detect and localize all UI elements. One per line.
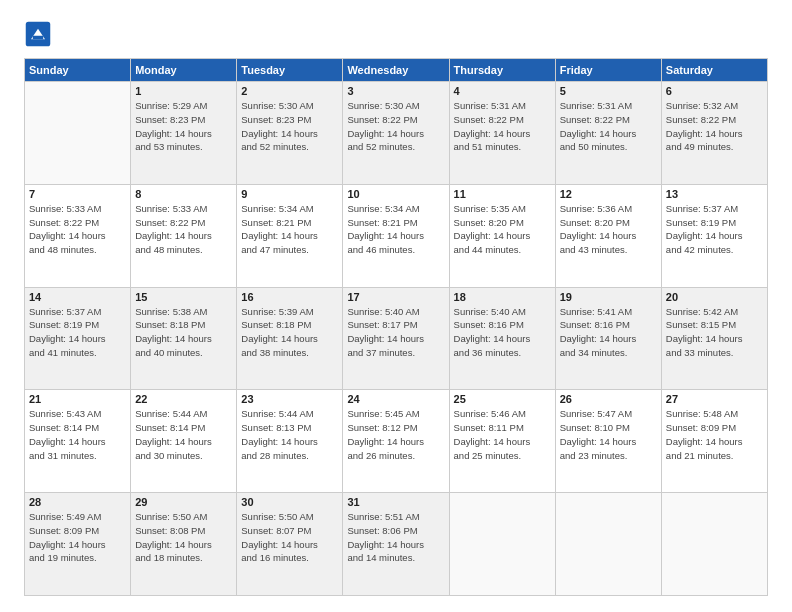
calendar-cell: 4Sunrise: 5:31 AM Sunset: 8:22 PM Daylig… (449, 82, 555, 185)
day-number: 27 (666, 393, 763, 405)
calendar-cell (555, 493, 661, 596)
day-number: 18 (454, 291, 551, 303)
calendar-week-row: 28Sunrise: 5:49 AM Sunset: 8:09 PM Dayli… (25, 493, 768, 596)
day-info: Sunrise: 5:32 AM Sunset: 8:22 PM Dayligh… (666, 99, 763, 154)
calendar-cell: 11Sunrise: 5:35 AM Sunset: 8:20 PM Dayli… (449, 184, 555, 287)
calendar-cell: 24Sunrise: 5:45 AM Sunset: 8:12 PM Dayli… (343, 390, 449, 493)
calendar-cell: 16Sunrise: 5:39 AM Sunset: 8:18 PM Dayli… (237, 287, 343, 390)
day-number: 10 (347, 188, 444, 200)
calendar-cell: 7Sunrise: 5:33 AM Sunset: 8:22 PM Daylig… (25, 184, 131, 287)
day-info: Sunrise: 5:37 AM Sunset: 8:19 PM Dayligh… (29, 305, 126, 360)
calendar-week-row: 7Sunrise: 5:33 AM Sunset: 8:22 PM Daylig… (25, 184, 768, 287)
logo (24, 20, 58, 48)
day-info: Sunrise: 5:36 AM Sunset: 8:20 PM Dayligh… (560, 202, 657, 257)
page: SundayMondayTuesdayWednesdayThursdayFrid… (0, 0, 792, 612)
calendar-week-row: 21Sunrise: 5:43 AM Sunset: 8:14 PM Dayli… (25, 390, 768, 493)
day-info: Sunrise: 5:31 AM Sunset: 8:22 PM Dayligh… (560, 99, 657, 154)
calendar-cell: 23Sunrise: 5:44 AM Sunset: 8:13 PM Dayli… (237, 390, 343, 493)
day-number: 11 (454, 188, 551, 200)
day-info: Sunrise: 5:50 AM Sunset: 8:07 PM Dayligh… (241, 510, 338, 565)
day-info: Sunrise: 5:35 AM Sunset: 8:20 PM Dayligh… (454, 202, 551, 257)
day-info: Sunrise: 5:47 AM Sunset: 8:10 PM Dayligh… (560, 407, 657, 462)
calendar-cell: 5Sunrise: 5:31 AM Sunset: 8:22 PM Daylig… (555, 82, 661, 185)
calendar-cell: 9Sunrise: 5:34 AM Sunset: 8:21 PM Daylig… (237, 184, 343, 287)
day-number: 2 (241, 85, 338, 97)
day-number: 24 (347, 393, 444, 405)
day-info: Sunrise: 5:38 AM Sunset: 8:18 PM Dayligh… (135, 305, 232, 360)
calendar-cell: 26Sunrise: 5:47 AM Sunset: 8:10 PM Dayli… (555, 390, 661, 493)
day-number: 14 (29, 291, 126, 303)
day-number: 4 (454, 85, 551, 97)
day-number: 23 (241, 393, 338, 405)
day-info: Sunrise: 5:40 AM Sunset: 8:17 PM Dayligh… (347, 305, 444, 360)
day-info: Sunrise: 5:30 AM Sunset: 8:22 PM Dayligh… (347, 99, 444, 154)
calendar-header-sunday: Sunday (25, 59, 131, 82)
calendar-cell: 27Sunrise: 5:48 AM Sunset: 8:09 PM Dayli… (661, 390, 767, 493)
day-number: 28 (29, 496, 126, 508)
calendar-header-wednesday: Wednesday (343, 59, 449, 82)
calendar-week-row: 1Sunrise: 5:29 AM Sunset: 8:23 PM Daylig… (25, 82, 768, 185)
day-number: 8 (135, 188, 232, 200)
calendar-cell: 10Sunrise: 5:34 AM Sunset: 8:21 PM Dayli… (343, 184, 449, 287)
day-number: 25 (454, 393, 551, 405)
day-number: 21 (29, 393, 126, 405)
calendar-cell: 12Sunrise: 5:36 AM Sunset: 8:20 PM Dayli… (555, 184, 661, 287)
calendar-header-tuesday: Tuesday (237, 59, 343, 82)
day-info: Sunrise: 5:30 AM Sunset: 8:23 PM Dayligh… (241, 99, 338, 154)
day-info: Sunrise: 5:40 AM Sunset: 8:16 PM Dayligh… (454, 305, 551, 360)
calendar-header-thursday: Thursday (449, 59, 555, 82)
svg-rect-2 (33, 36, 44, 40)
day-info: Sunrise: 5:51 AM Sunset: 8:06 PM Dayligh… (347, 510, 444, 565)
day-number: 22 (135, 393, 232, 405)
day-info: Sunrise: 5:46 AM Sunset: 8:11 PM Dayligh… (454, 407, 551, 462)
day-number: 26 (560, 393, 657, 405)
day-number: 9 (241, 188, 338, 200)
day-number: 7 (29, 188, 126, 200)
calendar-header-monday: Monday (131, 59, 237, 82)
calendar-cell (661, 493, 767, 596)
day-info: Sunrise: 5:44 AM Sunset: 8:13 PM Dayligh… (241, 407, 338, 462)
day-number: 5 (560, 85, 657, 97)
day-number: 29 (135, 496, 232, 508)
calendar-cell: 30Sunrise: 5:50 AM Sunset: 8:07 PM Dayli… (237, 493, 343, 596)
calendar-cell: 28Sunrise: 5:49 AM Sunset: 8:09 PM Dayli… (25, 493, 131, 596)
day-info: Sunrise: 5:44 AM Sunset: 8:14 PM Dayligh… (135, 407, 232, 462)
calendar-cell: 31Sunrise: 5:51 AM Sunset: 8:06 PM Dayli… (343, 493, 449, 596)
calendar-cell: 15Sunrise: 5:38 AM Sunset: 8:18 PM Dayli… (131, 287, 237, 390)
calendar-cell: 13Sunrise: 5:37 AM Sunset: 8:19 PM Dayli… (661, 184, 767, 287)
day-info: Sunrise: 5:33 AM Sunset: 8:22 PM Dayligh… (29, 202, 126, 257)
calendar-cell: 20Sunrise: 5:42 AM Sunset: 8:15 PM Dayli… (661, 287, 767, 390)
calendar-cell: 1Sunrise: 5:29 AM Sunset: 8:23 PM Daylig… (131, 82, 237, 185)
calendar-cell: 14Sunrise: 5:37 AM Sunset: 8:19 PM Dayli… (25, 287, 131, 390)
calendar-header-saturday: Saturday (661, 59, 767, 82)
calendar-cell: 2Sunrise: 5:30 AM Sunset: 8:23 PM Daylig… (237, 82, 343, 185)
calendar-cell (25, 82, 131, 185)
day-number: 30 (241, 496, 338, 508)
calendar-cell: 22Sunrise: 5:44 AM Sunset: 8:14 PM Dayli… (131, 390, 237, 493)
calendar-cell: 3Sunrise: 5:30 AM Sunset: 8:22 PM Daylig… (343, 82, 449, 185)
day-number: 12 (560, 188, 657, 200)
calendar-cell: 21Sunrise: 5:43 AM Sunset: 8:14 PM Dayli… (25, 390, 131, 493)
day-info: Sunrise: 5:48 AM Sunset: 8:09 PM Dayligh… (666, 407, 763, 462)
calendar-cell: 18Sunrise: 5:40 AM Sunset: 8:16 PM Dayli… (449, 287, 555, 390)
day-number: 15 (135, 291, 232, 303)
day-info: Sunrise: 5:45 AM Sunset: 8:12 PM Dayligh… (347, 407, 444, 462)
calendar-table: SundayMondayTuesdayWednesdayThursdayFrid… (24, 58, 768, 596)
day-info: Sunrise: 5:33 AM Sunset: 8:22 PM Dayligh… (135, 202, 232, 257)
day-info: Sunrise: 5:29 AM Sunset: 8:23 PM Dayligh… (135, 99, 232, 154)
day-info: Sunrise: 5:34 AM Sunset: 8:21 PM Dayligh… (347, 202, 444, 257)
calendar-header-friday: Friday (555, 59, 661, 82)
day-info: Sunrise: 5:39 AM Sunset: 8:18 PM Dayligh… (241, 305, 338, 360)
day-number: 19 (560, 291, 657, 303)
calendar-cell: 19Sunrise: 5:41 AM Sunset: 8:16 PM Dayli… (555, 287, 661, 390)
day-number: 3 (347, 85, 444, 97)
day-info: Sunrise: 5:49 AM Sunset: 8:09 PM Dayligh… (29, 510, 126, 565)
calendar-header-row: SundayMondayTuesdayWednesdayThursdayFrid… (25, 59, 768, 82)
day-number: 16 (241, 291, 338, 303)
day-number: 20 (666, 291, 763, 303)
calendar-cell: 29Sunrise: 5:50 AM Sunset: 8:08 PM Dayli… (131, 493, 237, 596)
day-info: Sunrise: 5:31 AM Sunset: 8:22 PM Dayligh… (454, 99, 551, 154)
day-info: Sunrise: 5:37 AM Sunset: 8:19 PM Dayligh… (666, 202, 763, 257)
day-number: 17 (347, 291, 444, 303)
day-info: Sunrise: 5:34 AM Sunset: 8:21 PM Dayligh… (241, 202, 338, 257)
